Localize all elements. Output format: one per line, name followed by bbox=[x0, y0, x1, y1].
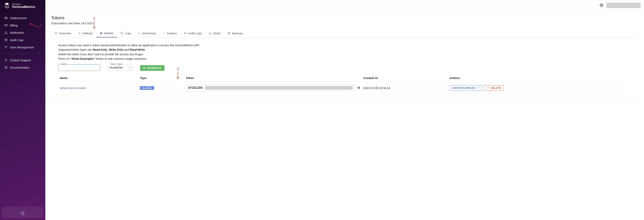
sidebar-item-contact-support[interactable]: Contact Support bbox=[2, 56, 44, 64]
desc-text: . bbox=[145, 48, 146, 51]
profile-placeholder[interactable] bbox=[606, 3, 640, 8]
sidebar-item-label: Billing bbox=[10, 24, 18, 27]
desc-bold: Write-Only bbox=[109, 48, 123, 51]
token-value-box: 8f181339- bbox=[186, 84, 355, 91]
token-prefix: 8f181339- bbox=[188, 86, 204, 90]
primary-nav: Deployments Billing Notification Audit L… bbox=[0, 14, 45, 51]
lock-icon bbox=[100, 32, 102, 35]
list-icon bbox=[4, 38, 8, 42]
chart-icon bbox=[163, 32, 166, 35]
desc-text: and bbox=[123, 48, 130, 51]
topbar bbox=[45, 0, 644, 11]
desc-text: Delete the token if you don't want to pr… bbox=[58, 53, 144, 56]
sidebar-item-label: Audit Logs bbox=[10, 38, 24, 42]
tab-alerts[interactable]: Alerts bbox=[205, 29, 224, 37]
trash-icon bbox=[487, 87, 489, 89]
sidebar-item-documentation[interactable]: Documentation bbox=[2, 64, 44, 71]
chevron-down-icon bbox=[477, 87, 479, 89]
th-type: Type bbox=[138, 74, 184, 82]
sidebar-item-label: Contact Support bbox=[10, 59, 31, 62]
tab-overview[interactable]: Overview bbox=[51, 29, 74, 37]
sidebar-item-label: User Management bbox=[10, 46, 34, 49]
clipboard-icon bbox=[120, 32, 123, 35]
main: Tokens Subscription start date: Oct 2023… bbox=[45, 0, 644, 220]
name-field-wrap: Name: bbox=[58, 64, 100, 71]
generate-button[interactable]: GENERATE bbox=[140, 65, 164, 71]
logo-icon bbox=[4, 3, 10, 9]
desc-bold: "Show Examples" bbox=[70, 57, 95, 60]
svg-point-41 bbox=[228, 32, 230, 33]
desc-bold: Read-Only bbox=[93, 48, 107, 51]
desc-bold: Read-Write bbox=[130, 48, 145, 51]
tab-explore[interactable]: Explore bbox=[159, 29, 180, 37]
sidebar-item-notification[interactable]: Notification bbox=[2, 29, 44, 36]
chevron-down-icon bbox=[129, 67, 131, 69]
bars-icon bbox=[138, 32, 141, 35]
nav-separator bbox=[3, 54, 43, 54]
token-mask bbox=[205, 86, 353, 90]
monitor-icon bbox=[54, 32, 58, 35]
svg-line-23 bbox=[600, 4, 601, 5]
secondary-nav: Contact Support Documentation bbox=[0, 56, 45, 71]
sidebar-item-deployments[interactable]: Deployments bbox=[2, 14, 44, 22]
token-form: Name: Token Type: Read/Write GENERATE bbox=[58, 64, 631, 71]
show-examples-button[interactable]: SHOW EXAMPLES bbox=[450, 85, 482, 91]
tab-logs[interactable]: Logs bbox=[117, 29, 134, 37]
page-subtitle: Subscription start date: Oct 2023 bbox=[51, 22, 638, 25]
tab-backups[interactable]: Backups bbox=[224, 29, 246, 37]
svg-rect-36 bbox=[184, 32, 186, 34]
sidebar-item-audit-logs[interactable]: Audit Logs bbox=[2, 36, 44, 44]
copy-icon[interactable] bbox=[357, 86, 360, 90]
database-icon bbox=[228, 32, 230, 35]
desc-text: Supported token types are bbox=[58, 48, 93, 51]
tab-audit-logs[interactable]: Audit Logs bbox=[180, 29, 206, 37]
created-at: 2023-10-06 10:34:14 bbox=[362, 82, 448, 94]
svg-line-14 bbox=[6, 59, 7, 60]
tokens-table: Name Type Token Created At Actions defau… bbox=[58, 74, 631, 94]
users-icon bbox=[4, 45, 8, 49]
svg-line-25 bbox=[600, 6, 601, 6]
svg-rect-0 bbox=[4, 17, 7, 19]
generate-label: GENERATE bbox=[147, 67, 162, 70]
brand-logo: Managed VictoriaMetrics bbox=[0, 3, 45, 14]
tab-label: Logs bbox=[125, 32, 131, 35]
show-label: SHOW EXAMPLES bbox=[452, 86, 476, 89]
doc-icon bbox=[4, 66, 8, 69]
tab-monitoring[interactable]: Monitoring bbox=[134, 29, 159, 37]
th-name: Name bbox=[58, 74, 138, 82]
svg-line-15 bbox=[5, 61, 6, 61]
svg-rect-42 bbox=[358, 87, 360, 89]
delete-button[interactable]: DELETE bbox=[484, 85, 504, 91]
desc-text: Press on bbox=[58, 57, 70, 60]
delete-label: DELETE bbox=[491, 86, 501, 89]
sidebar-item-user-management[interactable]: User Management bbox=[2, 44, 44, 51]
card-icon bbox=[4, 24, 8, 27]
screens-icon bbox=[4, 16, 8, 20]
tab-label: Settings bbox=[82, 32, 93, 35]
brand-big: VictoriaMetrics bbox=[12, 5, 35, 9]
svg-rect-27 bbox=[55, 32, 57, 34]
bell-icon bbox=[4, 31, 8, 34]
bug-icon bbox=[4, 58, 8, 62]
sidebar-item-billing[interactable]: Billing bbox=[2, 22, 44, 29]
clock-icon bbox=[20, 211, 25, 215]
tab-access[interactable]: Access bbox=[96, 29, 117, 37]
gear-icon bbox=[78, 32, 81, 35]
tab-label: Access bbox=[104, 31, 113, 35]
tab-label: Explore bbox=[167, 32, 177, 35]
tab-label: Overview bbox=[59, 32, 71, 35]
svg-point-7 bbox=[5, 46, 6, 47]
credits-card bbox=[2, 207, 44, 218]
svg-rect-1 bbox=[5, 18, 7, 19]
th-token: Token bbox=[184, 74, 362, 82]
desc-text: Access tokens are used in token-based au… bbox=[58, 44, 200, 47]
token-name-link[interactable]: default access token bbox=[60, 86, 86, 90]
desc-text: button to see common usage scenarios. bbox=[95, 57, 147, 60]
svg-line-13 bbox=[5, 59, 6, 60]
svg-line-16 bbox=[6, 61, 7, 61]
page-title: Tokens bbox=[51, 16, 638, 20]
file-icon bbox=[184, 32, 187, 35]
lifebuoy-icon[interactable] bbox=[600, 3, 604, 8]
tab-settings[interactable]: Settings bbox=[74, 29, 96, 37]
svg-line-24 bbox=[602, 4, 603, 5]
